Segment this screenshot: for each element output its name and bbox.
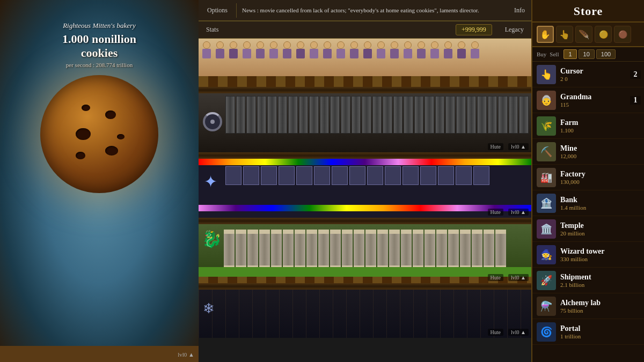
tool-hand-open[interactable]: ✋ <box>537 26 554 43</box>
grandma-figure <box>469 41 481 60</box>
grandma-name: Grandma <box>560 93 640 101</box>
mine-icon: ⛏️ <box>537 142 556 161</box>
separator-2 <box>199 152 531 159</box>
tool-icons-row: ✋ 👆 🪶 🟡 🟤 <box>532 23 644 47</box>
temple-icon: 🏛️ <box>537 219 556 239</box>
bakery-title: Righteous Mitten's bakery <box>0 21 199 30</box>
temple-grass <box>199 267 531 277</box>
cursor-count: 2 <box>630 70 641 79</box>
store-item-shipment[interactable]: 🚀 Shipment 2.1 billion <box>532 268 644 293</box>
temple-columns-row <box>222 230 531 272</box>
farm-icon: 🌾 <box>537 116 556 136</box>
cursor-icon: 👆 <box>537 65 556 84</box>
alchemy-name: Alchemy lab <box>560 299 640 307</box>
alchemy-icon: ⚗️ <box>537 297 556 316</box>
cookie-chip <box>82 105 90 111</box>
grandma-figure <box>429 41 441 60</box>
lane-hute-2: Hute <box>488 143 503 150</box>
factory-spinner <box>203 112 222 131</box>
grandma-figure <box>335 41 347 60</box>
factory-price: 130,000 <box>560 179 640 185</box>
alchemy-info: Alchemy lab 75 billion <box>560 299 640 314</box>
cookie-chip <box>76 152 85 159</box>
grandma-icon: 👵 <box>537 91 556 110</box>
alchemy-price: 75 billion <box>560 307 640 314</box>
store-item-factory[interactable]: 🏭 Factory 130,000 <box>532 165 644 190</box>
grandma-figure <box>415 41 427 60</box>
lane-lvl-3: lvl0 ▲ <box>508 209 529 216</box>
lane-bottom: ❄ Hute lvl0 ▲ <box>199 290 531 338</box>
farm-name: Farm <box>560 119 640 127</box>
store-item-farm[interactable]: 🌾 Farm 1.100 <box>532 113 644 139</box>
mine-info: Mine 12,000 <box>560 144 640 159</box>
legacy-button[interactable]: Legacy <box>497 24 531 36</box>
stats-button[interactable]: Stats <box>199 24 226 36</box>
buy-label: Buy <box>537 51 546 57</box>
buy-100-button[interactable]: 100 <box>596 49 616 59</box>
grandma-figure <box>201 41 213 60</box>
grandma-figure <box>348 41 360 60</box>
options-button[interactable]: Options <box>199 3 237 18</box>
bottom-pattern <box>199 290 531 338</box>
buy-10-button[interactable]: 10 <box>579 49 595 59</box>
cookie-chip <box>117 134 125 139</box>
portal-info: Portal 1 trillion <box>560 324 640 339</box>
cookie-per-sec: per second : 208.774 trillion <box>0 62 199 68</box>
lvl-indicator: lvl0 ▲ <box>178 351 194 358</box>
grandma-figure <box>241 41 253 60</box>
store-panel: Store ✋ 👆 🪶 🟡 🟤 Buy Sell 1 10 100 👆 Curs… <box>531 0 644 362</box>
news-ticker: News : movie cancelled from lack of acto… <box>237 7 508 13</box>
grandma-figure <box>321 41 333 60</box>
separator-4 <box>199 283 531 290</box>
farm-info: Farm 1.100 <box>560 119 640 134</box>
grandma-row <box>199 41 531 71</box>
bank-name: Bank <box>560 196 640 204</box>
info-button[interactable]: Info <box>508 3 531 18</box>
store-item-wizard[interactable]: 🧙 Wizard tower 330 million <box>532 242 644 268</box>
store-item-bank[interactable]: 🏦 Bank 1.4 million <box>532 190 644 216</box>
cookie-chip <box>105 146 118 156</box>
mine-name: Mine <box>560 144 640 153</box>
cursor-price: 2 0 <box>560 76 640 82</box>
cursor-name: Cursor <box>560 67 640 76</box>
grandma-figure <box>254 41 266 60</box>
buy-1-button[interactable]: 1 <box>564 49 576 59</box>
bank-icon: 🏦 <box>537 194 556 213</box>
tool-brown[interactable]: 🟤 <box>614 26 631 43</box>
grandma-figure <box>362 41 374 60</box>
store-item-mine[interactable]: ⛏️ Mine 12,000 <box>532 139 644 165</box>
big-cookie[interactable] <box>40 75 158 193</box>
cursor-info: Cursor 2 0 <box>560 67 640 82</box>
farm-price: 1.100 <box>560 127 640 134</box>
tool-feather[interactable]: 🪶 <box>575 26 592 43</box>
cookie-chip <box>76 128 91 140</box>
grandma-count: 1 <box>630 96 641 105</box>
store-item-cursor[interactable]: 👆 Cursor 2 0 2 <box>532 62 644 87</box>
cookies-earned-display: +999,999 <box>456 24 492 35</box>
wizard-icon: 🧙 <box>537 245 556 264</box>
grandma-figure <box>308 41 320 60</box>
conveyor-belt-1 <box>199 76 531 87</box>
store-item-alchemy[interactable]: ⚗️ Alchemy lab 75 billion <box>532 293 644 319</box>
tool-gold[interactable]: 🟡 <box>595 26 612 43</box>
shipment-icon: 🚀 <box>537 271 556 290</box>
shipment-price: 2.1 billion <box>560 282 640 288</box>
rainbow-strip-bottom <box>199 205 531 211</box>
temple-character: 🐉 <box>202 230 222 248</box>
store-title: Store <box>532 0 644 23</box>
store-item-grandma[interactable]: 👵 Grandma 115 1 <box>532 87 644 113</box>
lane-lvl-5: lvl0 ▲ <box>508 329 529 336</box>
middle-panel: Options News : movie cancelled from lack… <box>199 0 531 362</box>
store-item-portal[interactable]: 🌀 Portal 1 trillion <box>532 319 644 345</box>
lane-portal: ✦ Hute lvl0 ▲ <box>199 159 531 218</box>
temple-info: Temple 20 million <box>560 221 640 237</box>
tool-hand-point[interactable]: 👆 <box>556 26 573 43</box>
wizard-info: Wizard tower 330 million <box>560 247 640 262</box>
store-item-temple[interactable]: 🏛️ Temple 20 million <box>532 216 644 242</box>
grandma-figure <box>389 41 400 60</box>
grandma-figure <box>402 41 414 60</box>
cookie-count: 1.000 nonillion cookies <box>0 32 199 61</box>
rainbow-strip-top <box>199 159 531 165</box>
temple-name: Temple <box>560 221 640 230</box>
grandma-figure <box>375 41 387 60</box>
